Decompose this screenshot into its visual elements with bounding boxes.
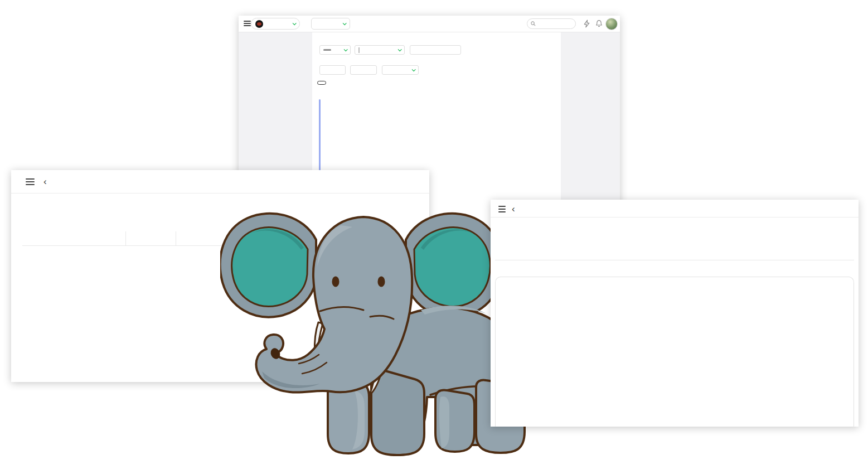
- person-input[interactable]: [410, 45, 461, 55]
- chevron-left-icon: ‹: [43, 178, 47, 185]
- news-total-badge[interactable]: [317, 81, 326, 85]
- header-rule: [495, 260, 854, 260]
- task-type-color-bar: [358, 47, 360, 53]
- elephant-left-eye: [332, 277, 340, 287]
- menu-icon[interactable]: [498, 206, 506, 212]
- lightning-icon[interactable]: [583, 20, 590, 30]
- news-stats-row: [317, 81, 326, 85]
- elephant-second-leg: [371, 369, 424, 455]
- chevron-left-icon: ‹: [512, 205, 515, 212]
- search-icon: [531, 21, 536, 26]
- column-divider: [176, 231, 176, 245]
- productions-top-bar: ‹: [11, 170, 429, 194]
- elephant-right-ear-inner: [414, 228, 490, 307]
- bell-icon[interactable]: [595, 20, 603, 30]
- chevron-down-icon: [343, 21, 347, 25]
- chevron-down-icon: [398, 47, 402, 51]
- task-types-table: [495, 277, 854, 427]
- production-select[interactable]: [251, 18, 300, 30]
- chevron-down-icon: [412, 67, 416, 71]
- menu-icon[interactable]: [26, 178, 35, 185]
- user-avatar[interactable]: [605, 18, 618, 30]
- task-status-value: [323, 49, 331, 51]
- task-types-window: ‹: [491, 200, 859, 427]
- from-input[interactable]: [319, 65, 346, 75]
- task-type-select[interactable]: [355, 45, 405, 55]
- elephant-right-eye: [378, 277, 385, 287]
- search-input[interactable]: [527, 18, 576, 29]
- chevron-down-icon: [344, 47, 348, 51]
- task-types-top-bar: ‹: [491, 200, 859, 217]
- to-input[interactable]: [350, 65, 377, 75]
- back-to-production-link[interactable]: ‹: [512, 205, 518, 212]
- menu-icon[interactable]: [244, 21, 251, 26]
- infos-select[interactable]: [382, 65, 419, 75]
- back-to-production-link[interactable]: ‹: [43, 178, 50, 185]
- task-status-select[interactable]: [319, 45, 351, 55]
- chevron-down-icon: [293, 21, 297, 25]
- page-select[interactable]: [311, 18, 350, 30]
- news-top-bar: [239, 16, 620, 32]
- production-logo-icon: [255, 20, 263, 28]
- column-divider: [125, 231, 126, 245]
